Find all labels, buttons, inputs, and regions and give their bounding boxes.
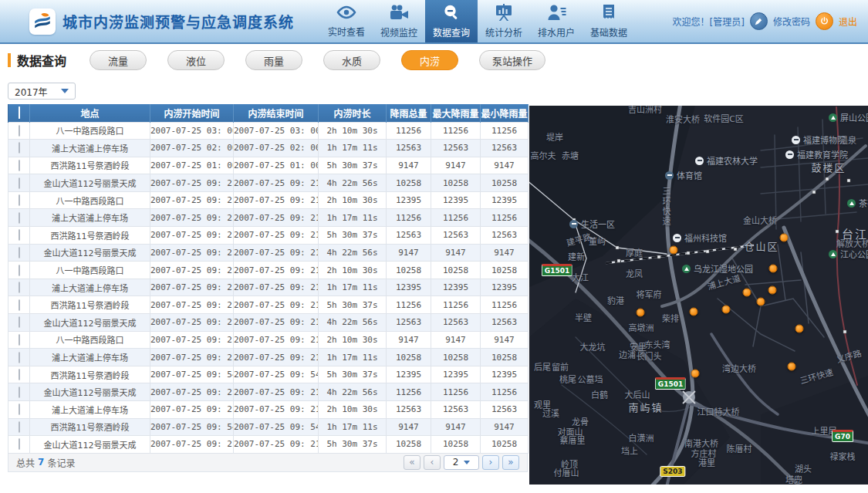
change-password-icon[interactable] (750, 12, 768, 30)
table-row[interactable]: 浦上大道浦上停车场2007-07-25 09: 212007-07-25 09:… (8, 349, 529, 366)
flood-point-marker[interactable] (795, 325, 804, 333)
flood-point-marker[interactable] (722, 306, 731, 314)
table-row[interactable]: 浦上大道浦上停车场2007-07-25 09: 212007-07-25 09:… (8, 209, 529, 227)
flood-point-marker[interactable] (780, 234, 789, 242)
table-row[interactable]: 八一中路西段路口2007-07-25 03: 002007-07-25 03: … (8, 122, 529, 140)
flood-point-marker[interactable] (691, 370, 700, 378)
flood-point-marker[interactable] (769, 265, 778, 273)
tab-液位[interactable]: 液位 (167, 50, 225, 70)
row-checkbox[interactable] (19, 247, 20, 258)
map-label: 白鹤 (591, 388, 608, 400)
flood-point-marker[interactable] (757, 298, 765, 306)
cell: 2007-07-25 09: 21 (150, 401, 234, 419)
row-checkbox[interactable] (19, 369, 20, 380)
logout-link[interactable]: 退出 (839, 15, 857, 28)
row-checkbox[interactable] (19, 316, 20, 328)
table-row[interactable]: 西洪路11号祭酒岭段2007-07-25 09: 542007-07-25 09… (8, 418, 529, 436)
flood-map[interactable]: 吉山洲村淮安大桥软件园C区温泉堤岸高尔夫赤塘鼓楼区金山大桥台江解放大桥三环快速建… (529, 106, 868, 485)
tab-流量[interactable]: 流量 (90, 50, 147, 70)
table-row[interactable]: 八一中路西段路口2007-07-25 09: 212007-07-25 09: … (8, 262, 529, 279)
nav-item-video[interactable]: 视频监控 (373, 0, 425, 42)
tab-雨量[interactable]: 雨量 (245, 50, 302, 70)
row-checkbox[interactable] (19, 229, 20, 241)
cell: 12395 (387, 279, 431, 296)
nav-item-drainuser[interactable]: 排水用户 (530, 0, 583, 42)
table-row[interactable]: 金山大道112号丽景天成2007-07-25 09: 212007-07-25 … (8, 244, 529, 262)
table-row[interactable]: 西洪路11号祭酒岭段2007-07-25 09: 212007-07-25 09… (8, 296, 529, 314)
flood-point-marker[interactable] (743, 289, 751, 297)
table-row[interactable]: 浦上大道浦上停车场2007-07-25 09: 212007-07-25 09:… (8, 401, 529, 419)
map-label: 厚庭 (626, 246, 643, 258)
prev-page-button[interactable]: ‹ (424, 455, 441, 470)
last-page-button[interactable]: » (502, 455, 519, 470)
sub-bar: 数据查询 流量液位雨量水质内涝泵站操作 (0, 44, 868, 76)
table-row[interactable]: 金山大道112号丽景天成2007-07-25 09: 212007-07-25 … (8, 383, 529, 401)
nav-item-basedata[interactable]: 基础数据 (583, 0, 635, 42)
cell: 5h 30m 37s (319, 436, 387, 454)
cell: 11256 (387, 209, 431, 227)
row-checkbox[interactable] (19, 334, 20, 346)
cell: 5h 30m 37s (319, 227, 387, 245)
row-checkbox[interactable] (19, 387, 20, 398)
table-row[interactable]: 金山大道112号丽景天成2007-07-25 09: 212007-07-25 … (8, 436, 529, 454)
flood-point-marker[interactable] (788, 363, 796, 371)
year-select[interactable]: 2017年 (8, 83, 76, 100)
table-row[interactable]: 浦上大道浦上停车场2007-07-25 02: 002007-07-25 02:… (8, 140, 529, 157)
row-checkbox[interactable] (19, 265, 20, 276)
table-row[interactable]: 西洪路11号祭酒岭段2007-07-25 09: 212007-07-25 09… (8, 227, 529, 245)
realtime-icon (336, 5, 356, 22)
nav-item-realtime[interactable]: 实时查看 (320, 0, 373, 42)
cell: 2007-07-25 09: 21 (234, 174, 319, 192)
row-checkbox[interactable] (19, 282, 20, 293)
cell: 2007-07-25 09: 21 (150, 244, 234, 262)
cell: 11256 (481, 122, 529, 140)
row-checkbox[interactable] (19, 160, 20, 171)
row-checkbox[interactable] (19, 299, 20, 311)
table-row[interactable]: 西洪路11号祭酒岭段2007-07-25 09: 542007-07-25 09… (8, 366, 529, 383)
nav-item-dataquery[interactable]: 数据查询 (425, 0, 478, 42)
tab-内涝[interactable]: 内涝 (401, 50, 458, 70)
stats-icon (495, 4, 513, 23)
row-checkbox[interactable] (19, 194, 20, 206)
cell: 2007-07-25 09: 54 (150, 418, 234, 436)
row-checkbox[interactable] (19, 125, 20, 137)
next-page-button[interactable]: › (482, 455, 499, 470)
table-row[interactable]: 浦上大道浦上停车场2007-07-25 09: 212007-07-25 09:… (8, 279, 529, 296)
video-icon (389, 5, 409, 23)
flood-point-marker[interactable] (637, 309, 645, 317)
table-row[interactable]: 金山大道112号丽景天成2007-07-25 09: 212007-07-25 … (8, 314, 529, 332)
nav-item-stats[interactable]: 统计分析 (478, 0, 530, 42)
cell: 2007-07-25 02: 00 (234, 140, 319, 157)
row-checkbox[interactable] (19, 142, 20, 154)
map-label: 金山大桥 (743, 214, 777, 226)
cell: 11256 (387, 383, 431, 401)
table-panel: 2017年 地点内涝开始时间内涝结束时间内涝时长降雨总量最大降雨量最小降雨量 八… (8, 76, 528, 472)
change-password-link[interactable]: 修改密码 (773, 15, 810, 28)
page-select[interactable]: 2 (444, 455, 479, 470)
row-checkbox[interactable] (19, 404, 20, 415)
table-row[interactable]: 八一中路西段路口2007-07-25 09: 212007-07-25 09: … (8, 191, 529, 209)
logout-icon[interactable] (816, 12, 833, 30)
tab-泵站操作[interactable]: 泵站操作 (479, 50, 545, 70)
row-checkbox[interactable] (19, 421, 20, 433)
cell: 2007-07-25 09: 21 (234, 279, 319, 296)
content: 2017年 地点内涝开始时间内涝结束时间内涝时长降雨总量最大降雨量最小降雨量 八… (0, 76, 868, 485)
first-page-button[interactable]: « (404, 455, 420, 470)
total-prefix: 总共 (16, 456, 35, 469)
cell: 西洪路11号祭酒岭段 (30, 366, 150, 383)
row-checkbox[interactable] (19, 438, 20, 450)
cell: 12563 (431, 227, 481, 245)
table-row[interactable]: 八一中路西段路口2007-07-25 09: 212007-07-25 09: … (8, 331, 529, 349)
row-checkbox[interactable] (19, 177, 20, 189)
tab-水质[interactable]: 水质 (323, 50, 380, 70)
table-row[interactable]: 金山大道112号丽景天成2007-07-25 09: 212007-07-25 … (8, 174, 529, 192)
flood-point-marker[interactable] (690, 308, 698, 316)
select-all-checkbox[interactable] (19, 106, 20, 119)
flood-point-marker[interactable] (768, 286, 777, 295)
column-header: 内涝结束时间 (234, 104, 319, 122)
table-row[interactable]: 西洪路11号祭酒岭段2007-07-25 01: 002007-07-25 01… (8, 157, 529, 174)
flood-point-marker[interactable] (670, 246, 678, 255)
row-checkbox[interactable] (19, 352, 20, 363)
cell: 2007-07-25 09: 21 (150, 349, 234, 366)
row-checkbox[interactable] (19, 212, 20, 224)
